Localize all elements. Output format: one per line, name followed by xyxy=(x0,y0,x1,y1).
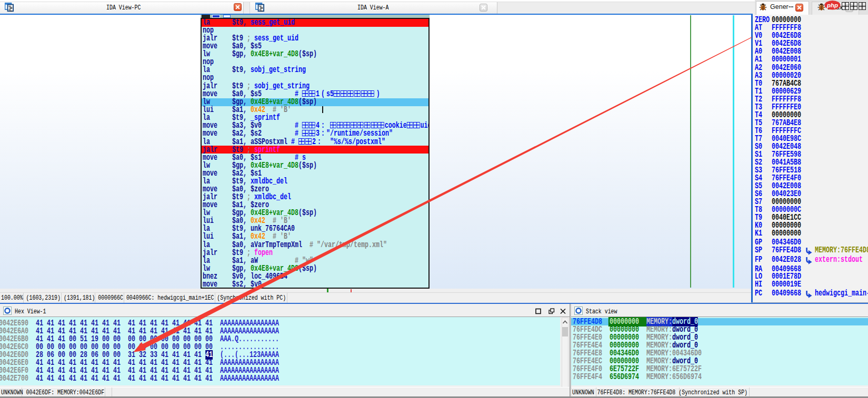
svg-text:php: php xyxy=(826,2,838,8)
